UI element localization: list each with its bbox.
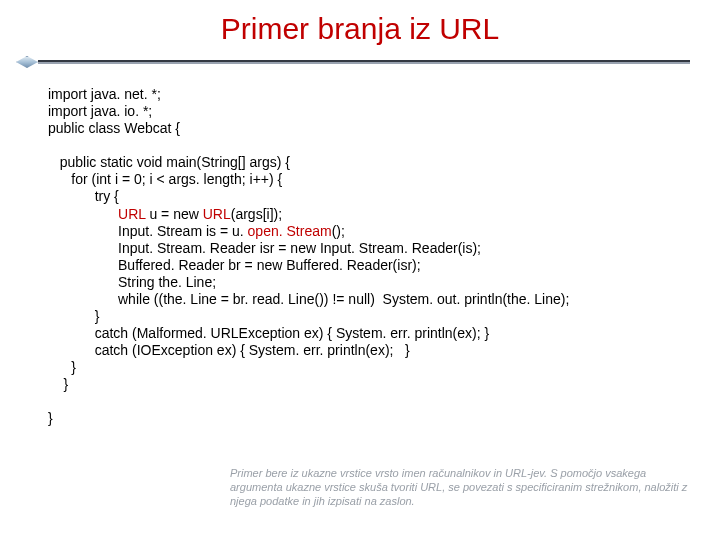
title-divider [0, 56, 720, 68]
code-keyword: open. Stream [248, 223, 332, 239]
code-keyword: URL [118, 206, 146, 222]
code-line: import java. net. *; [48, 86, 161, 102]
code-line [48, 206, 118, 222]
code-line: public class Webcat { [48, 120, 180, 136]
code-line: for (int i = 0; i < args. length; i++) { [48, 171, 282, 187]
code-line: } [48, 359, 76, 375]
code-text: (); [332, 223, 345, 239]
code-block: import java. net. *; import java. io. *;… [0, 86, 720, 428]
slide: Primer branja iz URL import java. net. *… [0, 0, 720, 540]
footer-note: Primer bere iz ukazne vrstice vrsto imen… [230, 467, 690, 508]
code-text: u = new [146, 206, 203, 222]
code-line: catch (IOException ex) { System. err. pr… [48, 342, 410, 358]
code-line: Buffered. Reader br = new Buffered. Read… [48, 257, 421, 273]
code-keyword: URL [203, 206, 231, 222]
horizontal-rule [38, 60, 690, 64]
page-title: Primer branja iz URL [0, 12, 720, 46]
code-line: } [48, 376, 68, 392]
code-line: String the. Line; [48, 274, 216, 290]
code-line: import java. io. *; [48, 103, 152, 119]
code-line: catch (Malformed. URLException ex) { Sys… [48, 325, 489, 341]
code-line: while ((the. Line = br. read. Line()) !=… [48, 291, 569, 307]
code-line: Input. Stream. Reader isr = new Input. S… [48, 240, 481, 256]
code-line: try { [48, 188, 119, 204]
code-text: (args[i]); [231, 206, 282, 222]
code-line: public static void main(String[] args) { [48, 154, 290, 170]
diamond-icon [16, 56, 38, 68]
code-line: } [48, 410, 53, 426]
code-line: Input. Stream is = u. [48, 223, 248, 239]
code-line: } [48, 308, 99, 324]
